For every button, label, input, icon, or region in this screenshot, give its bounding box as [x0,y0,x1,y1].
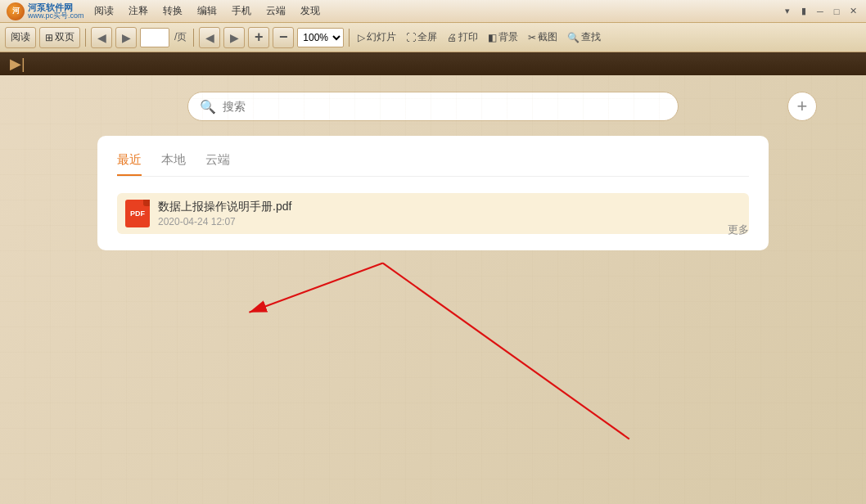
more-button[interactable]: 更多 [728,223,749,237]
file-date: 2020-04-24 12:07 [158,216,741,227]
menu-read[interactable]: 阅读 [88,2,120,20]
menu-phone[interactable]: 手机 [225,2,258,20]
tab-recent[interactable]: 最近 [117,152,142,176]
search-button[interactable]: 🔍 查找 [564,29,604,46]
slideshow-icon: ▷ [358,32,365,43]
titlebar-left: 河 河泵软件网 www.pc买号.com 阅读 注释 转换 编辑 手机 云端 发… [7,2,327,20]
toolbar2: ▶| [0,52,866,75]
background-icon: ◧ [488,32,497,43]
titlebar: 河 河泵软件网 www.pc买号.com 阅读 注释 转换 编辑 手机 云端 发… [0,0,866,23]
svg-line-2 [383,263,629,439]
double-page-button[interactable]: ⊞ 双页 [39,27,80,48]
fullscreen-button[interactable]: ⛶ 全屏 [403,29,440,46]
zoom-out-prev-button[interactable]: ◀ [199,27,220,48]
menu-annotate[interactable]: 注释 [122,2,155,20]
main-content: 🔍 + 最近 本地 云端 PDF 数据上报操作说明手册.pdf 2020-04-… [0,75,866,504]
menu-convert[interactable]: 转换 [156,2,189,20]
search-bar: 🔍 [187,92,679,121]
prev-page-button[interactable]: ◀ [91,27,112,48]
search-icon: 🔍 [200,99,216,115]
double-page-label: 双页 [55,30,74,44]
file-panel: 最近 本地 云端 PDF 数据上报操作说明手册.pdf 2020-04-24 1… [97,136,769,250]
search-icon-toolbar: 🔍 [567,32,580,43]
logo-icon: 河 [7,2,25,20]
zoom-select[interactable]: 100% 75% 125% 150% [297,28,344,47]
separator-1 [85,29,86,47]
battery-icon: ▮ [797,6,810,17]
slideshow-button[interactable]: ▷ 幻灯片 [354,29,399,46]
file-name: 数据上报操作说明手册.pdf [158,200,741,214]
sidebar-toggle-button[interactable]: ▶| [7,55,29,73]
file-info: 数据上报操作说明手册.pdf 2020-04-24 12:07 [158,200,741,227]
print-icon: 🖨 [447,32,457,43]
search-input[interactable] [223,100,666,113]
next-page-button[interactable]: ▶ [115,27,137,48]
close-button[interactable]: ✕ [846,6,859,17]
zoom-out-next-button[interactable]: ▶ [223,27,245,48]
view-button[interactable]: 阅读 [5,27,36,48]
double-page-icon: ⊞ [45,32,53,43]
zoom-in-button[interactable]: + [248,27,269,48]
pdf-label: PDF [130,209,145,218]
svg-line-1 [249,263,382,313]
file-icon-pdf: PDF [125,200,150,227]
view-label: 阅读 [11,30,30,44]
logo-text-area: 河泵软件网 www.pc买号.com [28,3,84,20]
zoom-out-button[interactable]: − [273,27,294,48]
file-list: PDF 数据上报操作说明手册.pdf 2020-04-24 12:07 [117,193,749,234]
menu-discover[interactable]: 发现 [294,2,327,20]
background-button[interactable]: ◧ 背景 [485,29,521,46]
titlebar-right: ▾ ▮ ─ □ ✕ [781,6,859,17]
tab-cloud[interactable]: 云端 [205,152,230,176]
page-input[interactable] [140,28,169,47]
separator-3 [349,29,350,47]
file-item[interactable]: PDF 数据上报操作说明手册.pdf 2020-04-24 12:07 [117,193,749,234]
page-suffix-label: /页 [173,30,188,44]
separator-2 [193,29,194,47]
menu-edit[interactable]: 编辑 [191,2,223,20]
logo-area: 河 河泵软件网 www.pc买号.com [7,2,84,20]
logo-cn: 河泵软件网 [28,3,84,12]
logo-url: www.pc买号.com [28,12,84,20]
scissors-icon: ✂ [528,32,536,43]
print-button[interactable]: 🖨 打印 [444,29,481,46]
wifi-icon: ▾ [781,6,794,17]
tab-local[interactable]: 本地 [161,152,186,176]
clip-button[interactable]: ✂ 截图 [525,29,561,46]
toolbar: 阅读 ⊞ 双页 ◀ ▶ /页 ◀ ▶ + − 100% 75% 125% 150… [0,23,866,52]
fullscreen-icon: ⛶ [406,32,416,43]
minimize-button[interactable]: ─ [814,6,827,17]
menu-cloud[interactable]: 云端 [259,2,292,20]
tabs: 最近 本地 云端 [117,152,749,177]
menu-bar: 阅读 注释 转换 编辑 手机 云端 发现 [88,2,327,20]
add-button[interactable]: + [787,92,817,121]
maximize-button[interactable]: □ [830,6,843,17]
